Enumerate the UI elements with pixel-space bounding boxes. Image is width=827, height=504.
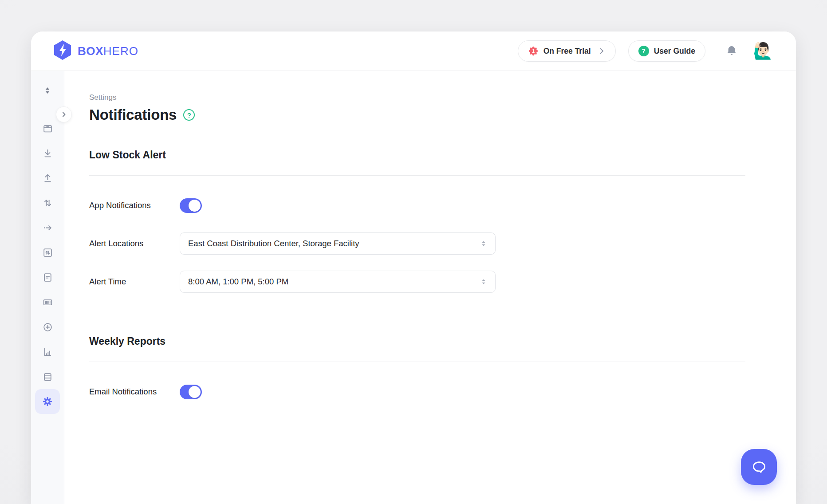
section-heading-low-stock: Low Stock Alert [89, 149, 796, 161]
toggle-knob [189, 386, 201, 398]
brand-bold: BOX [78, 44, 103, 58]
app-notifications-label: App Notifications [89, 201, 180, 210]
divider [89, 175, 745, 176]
sidebar-item-add-new[interactable] [35, 315, 60, 339]
header-actions: 1 On Free Trial ? User Guide [518, 40, 774, 62]
document-icon [42, 272, 53, 283]
toggle-knob [189, 200, 201, 212]
app-card: BOX HERO [31, 32, 796, 504]
transfer-arrows-icon [42, 197, 53, 209]
app-window: BOX HERO [0, 0, 827, 504]
user-avatar[interactable]: 🙋🏻‍♂️ [752, 40, 774, 62]
alert-locations-row: Alert Locations East Coast Distribution … [89, 232, 796, 255]
svg-text:1: 1 [532, 48, 535, 54]
stock-in-icon [42, 148, 53, 159]
sidebar-item-transfer[interactable] [35, 190, 60, 215]
sidebar-item-move[interactable] [35, 215, 60, 240]
chat-bubble-icon [750, 458, 768, 476]
free-trial-label: On Free Trial [543, 47, 591, 56]
page-title: Notifications [89, 106, 177, 123]
move-arrow-icon [42, 222, 53, 233]
stock-out-icon [42, 173, 53, 184]
brand-light: HERO [103, 44, 138, 58]
sidebar-item-transactions[interactable] [35, 240, 60, 265]
alert-locations-label: Alert Locations [89, 239, 180, 248]
alert-time-value: 8:00 AM, 1:00 PM, 5:00 PM [188, 277, 288, 287]
collapse-vertical-icon [42, 85, 53, 96]
sidebar-item-analytics[interactable] [35, 339, 60, 364]
app-notifications-row: App Notifications [89, 194, 796, 217]
barcode-icon [42, 297, 53, 308]
alert-time-select[interactable]: 8:00 AM, 1:00 PM, 5:00 PM [180, 271, 496, 293]
brand-wordmark: BOX HERO [78, 44, 138, 58]
breadcrumb: Settings [89, 93, 796, 102]
bar-chart-icon [42, 346, 53, 358]
email-notifications-label: Email Notifications [89, 387, 180, 397]
alert-locations-select[interactable]: East Coast Distribution Center, Storage … [180, 232, 496, 255]
bell-icon [725, 44, 738, 58]
user-guide-button[interactable]: ? User Guide [628, 40, 705, 62]
select-stepper-icon [479, 277, 488, 286]
sidebar-item-items[interactable] [35, 116, 60, 141]
database-icon [42, 371, 53, 382]
help-icon[interactable]: ? [183, 109, 195, 121]
sidebar-expand-button[interactable] [56, 106, 72, 122]
alert-time-row: Alert Time 8:00 AM, 1:00 PM, 5:00 PM [89, 271, 796, 293]
free-trial-button[interactable]: 1 On Free Trial [518, 40, 616, 62]
settings-notifications-page: Settings Notifications ? Low Stock Alert… [64, 71, 796, 504]
sidebar-item-data-center[interactable] [35, 364, 60, 389]
settings-gear-icon [42, 396, 53, 407]
question-circle-icon: ? [638, 46, 649, 56]
avatar-emoji: 🙋🏻‍♂️ [753, 43, 773, 59]
chat-launcher-button[interactable] [741, 449, 777, 485]
email-notifications-row: Email Notifications [89, 381, 796, 403]
sidebar-item-settings[interactable] [35, 389, 60, 414]
user-guide-label: User Guide [654, 47, 695, 56]
boxhero-hexagon-icon [53, 40, 72, 62]
sidebar-item-switcher[interactable] [35, 78, 60, 103]
app-notifications-toggle[interactable] [180, 198, 202, 213]
plus-circle-icon [42, 322, 53, 333]
notifications-bell-button[interactable] [725, 44, 738, 58]
email-notifications-toggle[interactable] [180, 385, 202, 399]
top-header: BOX HERO [31, 32, 796, 71]
select-stepper-icon [479, 239, 488, 248]
alert-locations-value: East Coast Distribution Center, Storage … [188, 239, 359, 248]
section-heading-weekly-reports: Weekly Reports [89, 335, 796, 347]
boxhero-logo[interactable]: BOX HERO [53, 40, 138, 62]
sidebar-item-barcode[interactable] [35, 290, 60, 315]
sidebar-item-purchase-sales[interactable] [35, 265, 60, 290]
in-out-box-icon [42, 247, 53, 258]
sidebar-nav [31, 71, 64, 504]
chevron-right-icon [598, 47, 606, 55]
alert-time-label: Alert Time [89, 277, 180, 287]
body-row: Settings Notifications ? Low Stock Alert… [31, 71, 796, 504]
sidebar-item-stock-in[interactable] [35, 141, 60, 165]
trial-seal-icon: 1 [528, 46, 539, 56]
items-box-icon [42, 123, 53, 134]
divider [89, 362, 745, 362]
sidebar-item-stock-out[interactable] [35, 165, 60, 190]
chevron-right-icon [60, 111, 67, 118]
